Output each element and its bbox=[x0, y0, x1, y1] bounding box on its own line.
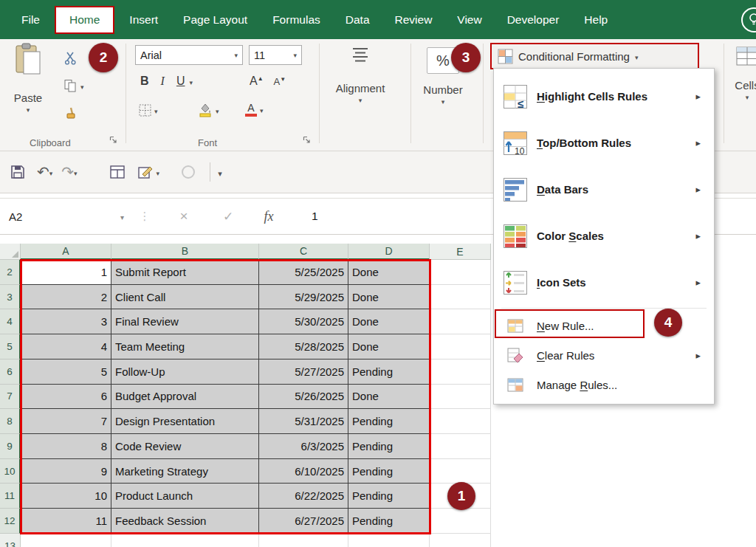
row-header-12[interactable]: 12 bbox=[0, 509, 21, 534]
insert-function-button[interactable]: fx bbox=[247, 209, 291, 224]
underline-button[interactable]: U bbox=[176, 75, 185, 88]
select-all-corner[interactable] bbox=[0, 244, 21, 260]
cell-partial-row[interactable] bbox=[259, 534, 348, 547]
cell-A4[interactable]: 3 bbox=[21, 309, 111, 334]
cell-partial-row[interactable] bbox=[348, 534, 430, 547]
cell-E12[interactable] bbox=[430, 509, 491, 534]
format-painter-button[interactable] bbox=[63, 107, 78, 120]
menu-item-highlight-cells-rules[interactable]: ≤ Highlight Cells Rules ▸ bbox=[494, 73, 714, 120]
copy-button[interactable]: ▾ bbox=[63, 79, 84, 93]
tab-data[interactable]: Data bbox=[333, 0, 382, 39]
row-header-6[interactable]: 6 bbox=[0, 359, 21, 385]
cell-A5[interactable]: 4 bbox=[21, 334, 111, 359]
redo-dropdown-icon[interactable]: ▾ bbox=[74, 170, 78, 177]
menu-item-icon-sets[interactable]: Icon Sets ▸ bbox=[494, 259, 714, 306]
cell-A3[interactable]: 2 bbox=[21, 285, 111, 310]
formula-bar-handle-icon[interactable]: ⋮ bbox=[131, 210, 158, 223]
cell-D12[interactable]: Pending bbox=[348, 509, 430, 534]
column-header-E[interactable]: E bbox=[430, 244, 491, 260]
cell-D2[interactable]: Done bbox=[348, 260, 430, 285]
save-button[interactable] bbox=[10, 165, 25, 179]
cell-E7[interactable] bbox=[430, 385, 491, 410]
menu-item-clear-rules[interactable]: Clear Rules ▸ bbox=[494, 340, 714, 370]
cell-D3[interactable]: Done bbox=[348, 285, 430, 310]
tab-page-layout[interactable]: Page Layout bbox=[171, 0, 260, 39]
qat-window-grid-button[interactable] bbox=[110, 165, 125, 179]
cell-C3[interactable]: 5/29/2025 bbox=[259, 285, 348, 310]
tab-home[interactable]: Home bbox=[55, 6, 114, 34]
customize-qat-button[interactable]: ▾ bbox=[218, 170, 222, 177]
borders-button[interactable]: ▾ bbox=[139, 104, 158, 117]
cell-E8[interactable] bbox=[430, 409, 491, 434]
tab-view[interactable]: View bbox=[444, 0, 494, 39]
row-header-8[interactable]: 8 bbox=[0, 409, 21, 434]
increase-font-size-button[interactable]: A▲ bbox=[250, 75, 264, 88]
cell-B3[interactable]: Client Call bbox=[111, 285, 259, 310]
tab-developer[interactable]: Developer bbox=[495, 0, 572, 39]
cell-partial-row[interactable] bbox=[430, 534, 491, 547]
cell-B9[interactable]: Code Review bbox=[111, 434, 259, 459]
cell-C10[interactable]: 6/10/2025 bbox=[259, 459, 348, 484]
fill-color-button[interactable]: ▾ bbox=[198, 103, 219, 117]
copy-dropdown-icon[interactable]: ▾ bbox=[80, 83, 84, 91]
cell-D5[interactable]: Done bbox=[348, 334, 430, 359]
cell-E5[interactable] bbox=[430, 334, 491, 359]
row-header-5[interactable]: 5 bbox=[0, 334, 21, 359]
cell-A11[interactable]: 10 bbox=[21, 484, 111, 509]
cell-B2[interactable]: Submit Report bbox=[111, 260, 259, 285]
cell-D6[interactable]: Pending bbox=[348, 359, 430, 385]
search-lightbulb-icon[interactable] bbox=[741, 7, 756, 32]
column-header-D[interactable]: D bbox=[348, 244, 430, 260]
tab-help[interactable]: Help bbox=[571, 0, 620, 39]
menu-item-data-bars[interactable]: Data Bars ▸ bbox=[494, 166, 714, 213]
undo-button[interactable]: ↶ bbox=[37, 163, 49, 181]
font-color-button[interactable]: A ▾ bbox=[245, 103, 264, 117]
cell-D4[interactable]: Done bbox=[348, 309, 430, 334]
cell-E4[interactable] bbox=[430, 309, 491, 334]
cells-group-button[interactable]: Cells ▾ bbox=[728, 47, 756, 101]
cell-B4[interactable]: Final Review bbox=[111, 309, 259, 334]
cell-D11[interactable]: Pending bbox=[348, 484, 430, 509]
cell-E3[interactable] bbox=[430, 285, 491, 310]
redo-button[interactable]: ↷ bbox=[61, 163, 74, 181]
menu-item-color-scales[interactable]: Color Scales ▸ bbox=[494, 213, 714, 259]
cell-B5[interactable]: Team Meeting bbox=[111, 334, 259, 359]
undo-dropdown-icon[interactable]: ▾ bbox=[49, 170, 53, 177]
cell-B12[interactable]: Feedback Session bbox=[111, 509, 259, 534]
column-header-A[interactable]: A bbox=[21, 244, 111, 260]
cell-E2[interactable] bbox=[430, 260, 491, 285]
column-header-C[interactable]: C bbox=[259, 244, 348, 260]
cell-E6[interactable] bbox=[430, 359, 491, 385]
cell-A7[interactable]: 6 bbox=[21, 385, 111, 410]
cell-C9[interactable]: 6/3/2025 bbox=[259, 434, 348, 459]
cell-partial-row[interactable] bbox=[21, 534, 111, 547]
paste-dropdown-icon[interactable]: ▾ bbox=[27, 106, 30, 114]
cancel-button[interactable]: × bbox=[158, 208, 210, 224]
cell-C7[interactable]: 5/26/2025 bbox=[259, 385, 348, 410]
italic-button[interactable]: I bbox=[161, 75, 165, 88]
cell-D7[interactable]: Done bbox=[348, 385, 430, 410]
cell-A10[interactable]: 9 bbox=[21, 459, 111, 484]
cell-C12[interactable]: 6/27/2025 bbox=[259, 509, 348, 534]
cell-A2[interactable]: 1 bbox=[21, 260, 111, 285]
cell-B11[interactable]: Product Launch bbox=[111, 484, 259, 509]
cell-A6[interactable]: 5 bbox=[21, 359, 111, 385]
decrease-font-size-button[interactable]: A▼ bbox=[274, 76, 286, 87]
tab-file[interactable]: File bbox=[9, 0, 52, 39]
alignment-group-button[interactable]: Alignment ▾ bbox=[334, 47, 387, 104]
name-box-dropdown-icon[interactable]: ▾ bbox=[120, 214, 124, 221]
cell-C8[interactable]: 5/31/2025 bbox=[259, 409, 348, 434]
row-header-3[interactable]: 3 bbox=[0, 285, 21, 310]
font-dialog-launcher[interactable] bbox=[303, 134, 311, 147]
font-size-combo[interactable]: 11 ▾ bbox=[249, 45, 302, 65]
row-header-2[interactable]: 2 bbox=[0, 260, 21, 285]
enter-button[interactable]: ✓ bbox=[210, 209, 247, 224]
paste-button[interactable]: Paste ▾ bbox=[6, 43, 50, 114]
cell-A8[interactable]: 7 bbox=[21, 409, 111, 434]
row-header-11[interactable]: 11 bbox=[0, 484, 21, 509]
row-header-4[interactable]: 4 bbox=[0, 309, 21, 334]
name-box[interactable]: A2 ▾ bbox=[0, 199, 131, 234]
cell-B7[interactable]: Budget Approval bbox=[111, 385, 259, 410]
cell-C2[interactable]: 5/25/2025 bbox=[259, 260, 348, 285]
column-header-B[interactable]: B bbox=[111, 244, 259, 260]
